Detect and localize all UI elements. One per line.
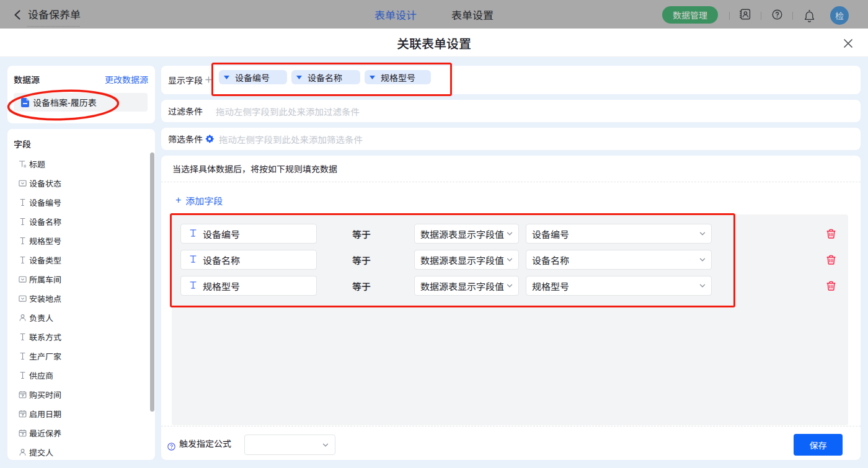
field-item[interactable]: 启用日期 bbox=[7, 404, 155, 423]
rule-field-input[interactable]: 设备名称 bbox=[180, 250, 317, 270]
add-display-field-icon[interactable] bbox=[205, 76, 212, 83]
help-icon[interactable] bbox=[772, 9, 782, 20]
rule-source-select[interactable]: 数据源表显示字段值 bbox=[414, 224, 519, 244]
rule-value-select[interactable]: 规格型号 bbox=[526, 276, 712, 296]
screen-condition-row[interactable]: 筛选条件 拖动左侧字段到此处来添加筛选条件 bbox=[161, 128, 861, 150]
field-item[interactable]: 联系方式 bbox=[7, 327, 155, 347]
save-button[interactable]: 保存 bbox=[794, 434, 843, 456]
display-field-pill[interactable]: 设备名称 bbox=[291, 70, 360, 84]
rules-header: 当选择具体数据后，将按如下规则填充数据 bbox=[172, 156, 337, 182]
person-icon bbox=[19, 314, 27, 322]
chevron-down-icon bbox=[506, 256, 513, 263]
rule-value-value: 设备名称 bbox=[532, 254, 569, 267]
trash-icon[interactable] bbox=[826, 281, 836, 291]
filter-row[interactable]: 过滤条件 拖动左侧字段到此处来添加过滤条件 bbox=[161, 100, 861, 122]
tab-form-design[interactable]: 表单设计 bbox=[374, 0, 417, 29]
formula-help-icon[interactable] bbox=[167, 443, 175, 451]
rule-value-select[interactable]: 设备编号 bbox=[526, 224, 712, 244]
scrollbar-thumb[interactable] bbox=[150, 152, 154, 412]
rules-body: 设备编号等于数据源表显示字段值设备编号设备名称等于数据源表显示字段值设备名称规格… bbox=[172, 214, 848, 425]
gear-icon[interactable] bbox=[205, 135, 214, 143]
trigger-formula-label: 触发指定公式 bbox=[179, 426, 231, 460]
data-manage-button[interactable]: 数据管理 bbox=[662, 6, 718, 24]
display-field-pill-label: 设备名称 bbox=[308, 71, 342, 84]
rule-field-label: 规格型号 bbox=[203, 280, 240, 293]
datasource-panel: 数据源 更改数据源 设备档案-履历表 bbox=[7, 66, 155, 123]
screen-condition-placeholder: 拖动左侧字段到此处来添加筛选条件 bbox=[219, 133, 363, 146]
select-icon bbox=[19, 179, 27, 187]
screen-condition-label: 筛选条件 bbox=[168, 133, 203, 145]
field-item[interactable]: 设备状态 bbox=[7, 174, 155, 193]
field-item[interactable]: 购买时间 bbox=[7, 385, 155, 404]
add-field-label: 添加字段 bbox=[185, 194, 223, 207]
field-item[interactable]: 所属车间 bbox=[7, 270, 155, 289]
field-item[interactable]: 规格型号 bbox=[7, 231, 155, 250]
display-field-pill[interactable]: 规格型号 bbox=[365, 70, 431, 84]
field-item-label: 标题 bbox=[29, 158, 45, 170]
field-item[interactable]: 生产厂家 bbox=[7, 347, 155, 366]
trash-icon[interactable] bbox=[826, 255, 836, 265]
field-item-label: 设备类型 bbox=[29, 254, 61, 266]
display-fields-row: 显示字段 设备编号设备名称规格型号 bbox=[161, 66, 861, 94]
text-icon bbox=[19, 333, 27, 341]
field-item-label: 规格型号 bbox=[29, 235, 61, 247]
avatar[interactable]: 检 bbox=[830, 6, 849, 25]
caret-down-icon bbox=[219, 76, 229, 79]
field-item[interactable]: 最近保养 bbox=[7, 423, 155, 443]
datasource-item[interactable]: 设备档案-履历表 bbox=[14, 93, 148, 112]
close-icon[interactable] bbox=[841, 36, 856, 51]
rule-row: 规格型号等于数据源表显示字段值规格型号 bbox=[172, 276, 848, 296]
rule-field-input[interactable]: 设备编号 bbox=[180, 224, 317, 244]
add-field-button[interactable]: + 添加字段 bbox=[175, 188, 223, 212]
field-item[interactable]: 设备名称 bbox=[7, 212, 155, 231]
field-item-label: 联系方式 bbox=[29, 331, 61, 343]
back-button[interactable] bbox=[14, 10, 21, 20]
rule-value-select[interactable]: 设备名称 bbox=[526, 250, 712, 270]
change-datasource-link[interactable]: 更改数据源 bbox=[105, 73, 148, 86]
datasource-item-label: 设备档案-履历表 bbox=[33, 96, 97, 108]
calendar-icon bbox=[19, 429, 27, 437]
select-icon bbox=[19, 294, 27, 302]
text-icon bbox=[190, 283, 197, 289]
fields-panel: 字段 标题设备状态设备编号设备名称规格型号设备类型所属车间安装地点负责人联系方式… bbox=[7, 129, 155, 460]
rule-source-value: 数据源表显示字段值 bbox=[420, 227, 504, 241]
rule-row: 设备编号等于数据源表显示字段值设备编号 bbox=[172, 224, 848, 244]
field-item-label: 购买时间 bbox=[29, 389, 61, 400]
text-icon bbox=[19, 352, 27, 360]
bell-icon[interactable] bbox=[804, 9, 815, 22]
field-item[interactable]: 标题 bbox=[7, 154, 155, 174]
text-icon bbox=[190, 231, 197, 237]
field-item[interactable]: 设备编号 bbox=[7, 193, 155, 212]
contacts-icon[interactable] bbox=[739, 8, 751, 20]
field-item-label: 提交人 bbox=[29, 446, 53, 458]
display-field-pill[interactable]: 设备编号 bbox=[219, 70, 287, 84]
rule-row: 设备名称等于数据源表显示字段值设备名称 bbox=[172, 250, 848, 270]
rule-value-value: 设备编号 bbox=[532, 227, 569, 241]
field-item[interactable]: 提交人 bbox=[7, 443, 155, 462]
rule-source-select[interactable]: 数据源表显示字段值 bbox=[414, 276, 519, 296]
chevron-down-icon bbox=[506, 230, 513, 237]
field-item[interactable]: 负责人 bbox=[7, 308, 155, 327]
field-item[interactable]: 供应商 bbox=[7, 366, 155, 385]
formula-select[interactable] bbox=[244, 435, 335, 455]
top-bar: 设备保养单 表单设计 表单设置 数据管理 检 bbox=[0, 0, 868, 29]
datasource-label: 数据源 bbox=[14, 73, 40, 86]
field-item[interactable]: 设备类型 bbox=[7, 250, 155, 270]
plus-icon: + bbox=[175, 196, 181, 205]
rule-source-select[interactable]: 数据源表显示字段值 bbox=[414, 250, 519, 270]
field-item-label: 最近保养 bbox=[29, 427, 61, 439]
text-icon bbox=[19, 218, 27, 226]
select-icon bbox=[19, 275, 27, 283]
form-title[interactable]: 设备保养单 bbox=[28, 9, 81, 22]
filter-label: 过滤条件 bbox=[168, 105, 203, 117]
tab-form-settings[interactable]: 表单设置 bbox=[451, 0, 494, 29]
field-item[interactable]: 安装地点 bbox=[7, 289, 155, 308]
rule-field-input[interactable]: 规格型号 bbox=[180, 276, 317, 296]
rule-operator: 等于 bbox=[352, 276, 371, 296]
trash-icon[interactable] bbox=[826, 229, 836, 239]
modal-header: 关联表单设置 bbox=[0, 29, 868, 57]
rule-source-value: 数据源表显示字段值 bbox=[420, 280, 504, 293]
field-item-label: 安装地点 bbox=[29, 293, 61, 304]
divider bbox=[761, 12, 761, 20]
rule-operator: 等于 bbox=[352, 250, 371, 270]
